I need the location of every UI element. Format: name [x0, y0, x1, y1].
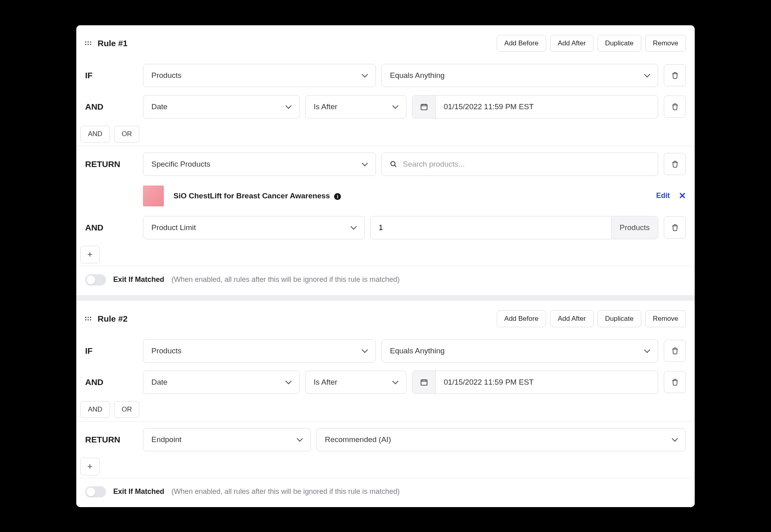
chevron-down-icon: [351, 225, 356, 230]
add-return-row: +: [76, 455, 695, 478]
date-value[interactable]: 01/15/2022 11:59 PM EST: [436, 96, 658, 118]
trash-icon: [671, 71, 679, 79]
if-subject-select[interactable]: Products: [143, 64, 376, 87]
connector-row: AND OR: [76, 398, 695, 422]
chevron-down-icon: [392, 104, 398, 110]
add-after-button[interactable]: Add After: [550, 310, 594, 327]
if-subject-select[interactable]: Products: [143, 339, 376, 363]
or-connector-button[interactable]: OR: [114, 401, 140, 418]
search-products-field[interactable]: [381, 153, 658, 176]
trash-icon: [671, 160, 679, 168]
remove-button[interactable]: Remove: [645, 310, 686, 327]
add-button[interactable]: +: [80, 246, 100, 263]
and-subject-select[interactable]: Date: [143, 95, 300, 118]
delete-condition-button[interactable]: [664, 216, 686, 238]
rules-panel: Rule #1 Add Before Add After Duplicate R…: [76, 25, 695, 507]
and-operator-select[interactable]: Is After: [305, 371, 406, 394]
limit-type-select[interactable]: Product Limit: [143, 216, 365, 239]
remove-button[interactable]: Remove: [645, 35, 686, 52]
svg-point-1: [391, 161, 395, 166]
duplicate-button[interactable]: Duplicate: [598, 310, 641, 327]
connector-row: AND OR: [76, 122, 695, 146]
or-connector-button[interactable]: OR: [114, 126, 140, 143]
limit-unit-label: Products: [611, 216, 658, 239]
chevron-down-icon: [362, 161, 367, 167]
trash-icon: [671, 224, 679, 232]
exit-if-matched-hint: (When enabled, all rules after this will…: [171, 275, 400, 284]
add-button[interactable]: +: [80, 458, 100, 475]
edit-product-link[interactable]: Edit: [656, 192, 670, 200]
and-label: AND: [85, 102, 137, 112]
add-return-row: +: [76, 243, 695, 266]
return-label: RETURN: [85, 159, 137, 169]
chevron-down-icon: [286, 104, 291, 110]
date-field: 01/15/2022 11:59 PM EST: [412, 371, 658, 394]
chevron-down-icon: [644, 348, 650, 354]
rule-2: Rule #2 Add Before Add After Duplicate R…: [76, 301, 695, 507]
calendar-icon: [420, 103, 428, 111]
rule-1: Rule #1 Add Before Add After Duplicate R…: [76, 25, 695, 295]
return-value-select[interactable]: Recommended (AI): [316, 428, 686, 451]
and-connector-button[interactable]: AND: [80, 126, 110, 143]
info-icon[interactable]: i: [334, 193, 341, 200]
add-after-button[interactable]: Add After: [550, 35, 594, 52]
if-operator-select[interactable]: Equals Anything: [381, 339, 658, 363]
and-subject-select[interactable]: Date: [143, 371, 300, 394]
add-before-button[interactable]: Add Before: [497, 35, 546, 52]
exit-if-matched-row: Exit If Matched (When enabled, all rules…: [76, 478, 695, 507]
rule-title: Rule #2: [98, 314, 128, 324]
limit-value-input[interactable]: 1: [371, 216, 611, 239]
drag-handle-icon[interactable]: [85, 41, 91, 45]
calendar-icon: [420, 378, 428, 386]
chevron-down-icon: [644, 73, 650, 78]
date-picker-button[interactable]: [412, 96, 436, 118]
date-value[interactable]: 01/15/2022 11:59 PM EST: [436, 371, 658, 393]
and-label: AND: [85, 223, 137, 232]
date-field: 01/15/2022 11:59 PM EST: [412, 95, 658, 118]
delete-return-button[interactable]: [664, 153, 686, 175]
delete-condition-button[interactable]: [664, 340, 686, 362]
if-label: IF: [85, 71, 137, 80]
chevron-down-icon: [362, 348, 367, 354]
date-picker-button[interactable]: [412, 371, 436, 393]
delete-condition-button[interactable]: [664, 371, 686, 393]
and-date-row: AND Date Is After 01/15/2022 11:59 PM ES…: [76, 367, 695, 398]
selected-product-row: SiO ChestLift for Breast Cancer Awarenes…: [76, 180, 695, 212]
exit-if-matched-hint: (When enabled, all rules after this will…: [171, 487, 400, 496]
rule-title: Rule #1: [98, 39, 128, 48]
if-label: IF: [85, 346, 137, 356]
duplicate-button[interactable]: Duplicate: [598, 35, 641, 52]
trash-icon: [671, 378, 679, 386]
search-icon: [390, 161, 397, 168]
chevron-down-icon: [672, 437, 677, 442]
return-label: RETURN: [85, 435, 137, 444]
exit-if-matched-toggle[interactable]: [85, 486, 106, 497]
if-row: IF Products Equals Anything: [76, 335, 695, 367]
add-before-button[interactable]: Add Before: [497, 310, 546, 327]
return-row: RETURN Specific Products: [76, 149, 695, 180]
chevron-down-icon: [297, 437, 302, 442]
chevron-down-icon: [392, 379, 398, 385]
exit-if-matched-row: Exit If Matched (When enabled, all rules…: [76, 266, 695, 295]
exit-if-matched-label: Exit If Matched: [113, 487, 164, 496]
and-operator-select[interactable]: Is After: [305, 95, 406, 118]
remove-product-icon[interactable]: ✕: [679, 191, 686, 201]
svg-rect-0: [421, 104, 427, 110]
rule-header: Rule #2 Add Before Add After Duplicate R…: [76, 308, 695, 335]
delete-condition-button[interactable]: [664, 64, 686, 86]
rule-divider: [76, 295, 695, 301]
return-row: RETURN Endpoint Recommended (AI): [76, 424, 695, 455]
return-type-select[interactable]: Endpoint: [143, 428, 311, 451]
if-operator-select[interactable]: Equals Anything: [381, 64, 658, 87]
and-connector-button[interactable]: AND: [80, 401, 110, 418]
and-label: AND: [85, 377, 137, 387]
return-type-select[interactable]: Specific Products: [143, 153, 376, 176]
search-input[interactable]: [403, 160, 650, 169]
delete-condition-button[interactable]: [664, 96, 686, 118]
product-name: SiO ChestLift for Breast Cancer Awarenes…: [173, 192, 330, 200]
trash-icon: [671, 347, 679, 355]
exit-if-matched-toggle[interactable]: [85, 274, 106, 285]
chevron-down-icon: [362, 73, 367, 78]
drag-handle-icon[interactable]: [85, 317, 91, 320]
and-limit-row: AND Product Limit 1 Products: [76, 212, 695, 243]
